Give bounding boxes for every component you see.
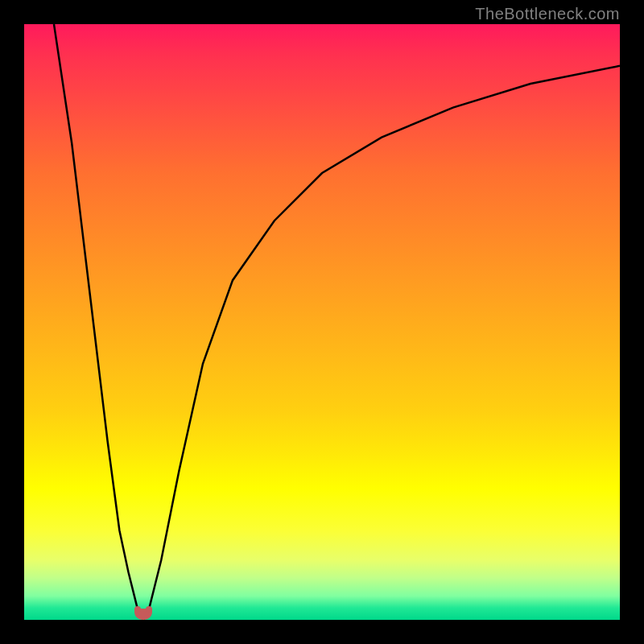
chart-area [24, 24, 620, 620]
bottleneck-curve [24, 24, 620, 620]
watermark-text: TheBottleneck.com [475, 5, 620, 23]
